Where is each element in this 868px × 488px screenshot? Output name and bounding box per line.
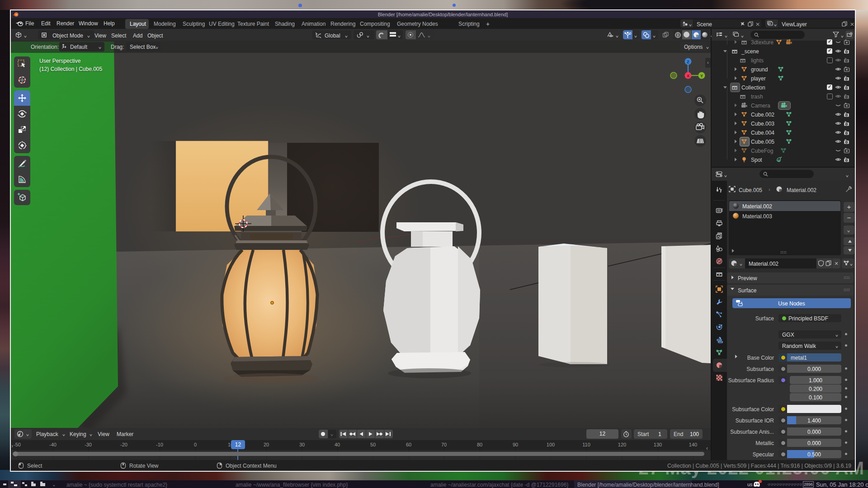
svg-text:X: X bbox=[687, 74, 689, 78]
svg-text:Z: Z bbox=[687, 60, 689, 64]
svg-text:Y: Y bbox=[700, 74, 703, 78]
